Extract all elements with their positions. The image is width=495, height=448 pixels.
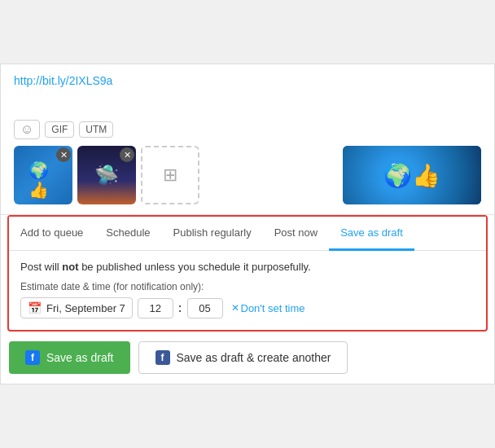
time-hour-input[interactable] [138, 298, 173, 318]
utm-label: UTM [85, 124, 107, 135]
images-row: ✕ ✕ ⊞ [14, 146, 481, 204]
panel-content: Post will not be published unless you sc… [9, 251, 486, 330]
tab-post-now[interactable]: Post now [263, 217, 329, 251]
image-thumb-1: ✕ [14, 146, 72, 204]
save-draft-create-label: Save as draft & create another [177, 351, 331, 364]
calendar-icon: 📅 [28, 301, 42, 314]
preview-image-large [343, 146, 481, 204]
bottom-buttons: f Save as draft f Save as draft & create… [1, 332, 494, 384]
add-image-icon: ⊞ [163, 165, 177, 186]
gif-button[interactable]: GIF [45, 121, 74, 138]
main-container: http://bit.ly/2IXLS9a ☺ GIF UTM ✕ ✕ ⊞ [0, 64, 495, 384]
remove-image-2-button[interactable]: ✕ [120, 147, 134, 162]
facebook-icon-draft-another: f [156, 350, 170, 365]
not-bold: not [62, 261, 78, 273]
tab-save-as-draft[interactable]: Save as draft [329, 217, 414, 251]
dont-set-time-link[interactable]: ✕ Don't set time [231, 302, 305, 314]
composer-area: http://bit.ly/2IXLS9a ☺ GIF UTM ✕ ✕ ⊞ [1, 64, 494, 215]
datetime-row: 📅 Fri, September 7 : ✕ Don't set time [20, 297, 475, 318]
tab-schedule[interactable]: Schedule [94, 217, 161, 251]
add-image-button[interactable]: ⊞ [141, 146, 199, 204]
tabs-row: Add to queue Schedule Publish regularly … [9, 217, 486, 251]
tab-publish-regularly[interactable]: Publish regularly [162, 217, 263, 251]
post-link[interactable]: http://bit.ly/2IXLS9a [14, 74, 481, 87]
save-draft-label: Save as draft [46, 351, 114, 364]
tab-add-to-queue[interactable]: Add to queue [9, 217, 94, 251]
save-draft-create-another-button[interactable]: f Save as draft & create another [138, 341, 348, 374]
media-toolbar: ☺ GIF UTM [14, 120, 481, 139]
gif-label: GIF [51, 124, 68, 135]
emoji-button[interactable]: ☺ [14, 120, 40, 139]
time-minute-input[interactable] [187, 298, 223, 318]
save-as-draft-button[interactable]: f Save as draft [9, 341, 130, 374]
facebook-icon-draft: f [25, 350, 40, 365]
date-value: Fri, September 7 [46, 302, 125, 314]
x-icon: ✕ [231, 302, 239, 314]
action-panel: Add to queue Schedule Publish regularly … [7, 215, 488, 332]
emoji-icon: ☺ [20, 122, 33, 137]
remove-image-1-button[interactable]: ✕ [56, 147, 71, 162]
panel-note: Post will not be published unless you sc… [20, 261, 475, 273]
dont-set-label: Don't set time [241, 302, 305, 314]
time-separator: : [178, 301, 182, 314]
date-input-wrap[interactable]: 📅 Fri, September 7 [20, 297, 133, 318]
utm-button[interactable]: UTM [79, 121, 113, 138]
image-thumb-2: ✕ [77, 146, 136, 204]
estimate-label: Estimate date & time (for notification o… [20, 281, 475, 292]
